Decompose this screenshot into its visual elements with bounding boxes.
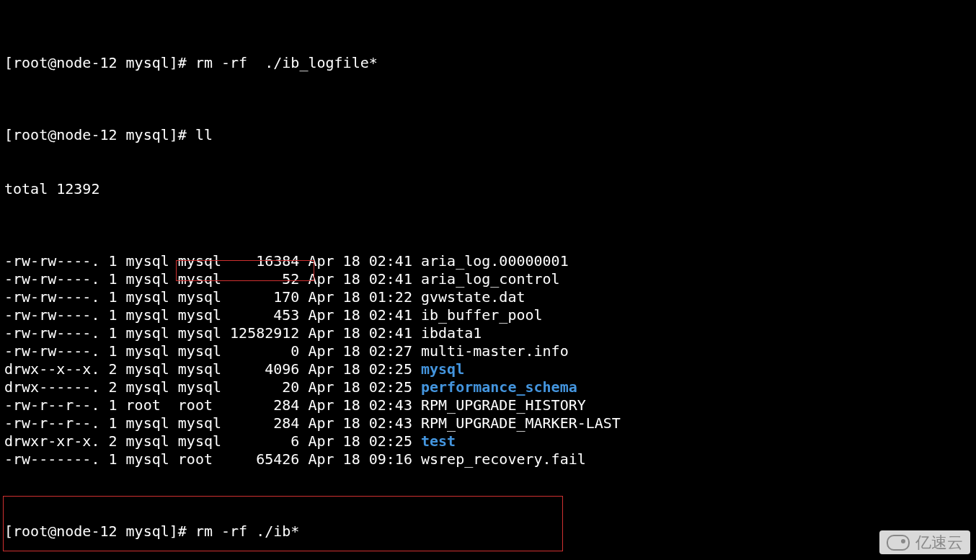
terminal-line: [root@node-12 mysql]# ll (4, 126, 972, 144)
file-row: -rw-rw----. 1 mysql mysql 0 Apr 18 02:27… (4, 342, 972, 360)
file-name: wsrep_recovery.fail (421, 450, 586, 468)
file-row: drwx--x--x. 2 mysql mysql 4096 Apr 18 02… (4, 360, 972, 378)
terminal-line: [root@node-12 mysql]# rm -rf ./ib* (4, 523, 972, 541)
file-name: gvwstate.dat (421, 288, 525, 306)
directory-name: mysql (421, 360, 464, 378)
shell-prompt: [root@node-12 mysql]# (4, 126, 195, 143)
command-text: ll (195, 126, 213, 143)
watermark: 亿速云 (879, 530, 970, 554)
file-name: ib_buffer_pool (421, 306, 543, 324)
file-name: aria_log.00000001 (421, 252, 569, 270)
file-row: -rw-rw----. 1 mysql mysql 12582912 Apr 1… (4, 324, 972, 342)
shell-prompt: [root@node-12 mysql]# (4, 523, 195, 540)
terminal-line: total 12392 (4, 180, 972, 198)
file-row: -rw-------. 1 mysql root 65426 Apr 18 09… (4, 450, 972, 468)
terminal-output[interactable]: [root@node-12 mysql]# rm -rf ./ib_logfil… (0, 0, 976, 560)
file-listing-1: -rw-rw----. 1 mysql mysql 16384 Apr 18 0… (4, 252, 972, 468)
command-text: rm -rf ./ib_logfile* (195, 54, 378, 71)
terminal-line: [root@node-12 mysql]# rm -rf ./ib_logfil… (4, 54, 972, 72)
file-row: -rw-r--r--. 1 root root 284 Apr 18 02:43… (4, 396, 972, 414)
file-name: aria_log_control (421, 270, 560, 288)
file-row: -rw-rw----. 1 mysql mysql 170 Apr 18 01:… (4, 288, 972, 306)
file-name: RPM_UPGRADE_MARKER-LAST (421, 414, 621, 432)
watermark-text: 亿速云 (915, 533, 963, 551)
file-row: -rw-rw----. 1 mysql mysql 16384 Apr 18 0… (4, 252, 972, 270)
directory-name: test (421, 432, 456, 450)
file-name: RPM_UPGRADE_HISTORY (421, 396, 586, 414)
file-row: drwx------. 2 mysql mysql 20 Apr 18 02:2… (4, 378, 972, 396)
command-text: rm -rf ./ib* (195, 523, 300, 540)
file-row: -rw-r--r--. 1 mysql mysql 284 Apr 18 02:… (4, 414, 972, 432)
shell-prompt: [root@node-12 mysql]# (4, 54, 195, 71)
file-name: ibdata1 (421, 324, 482, 342)
file-row: drwxr-xr-x. 2 mysql mysql 6 Apr 18 02:25… (4, 432, 972, 450)
file-row: -rw-rw----. 1 mysql mysql 52 Apr 18 02:4… (4, 270, 972, 288)
file-name: multi-master.info (421, 342, 569, 360)
directory-name: performance_schema (421, 378, 577, 396)
file-row: -rw-rw----. 1 mysql mysql 453 Apr 18 02:… (4, 306, 972, 324)
watermark-logo-icon (887, 535, 910, 551)
